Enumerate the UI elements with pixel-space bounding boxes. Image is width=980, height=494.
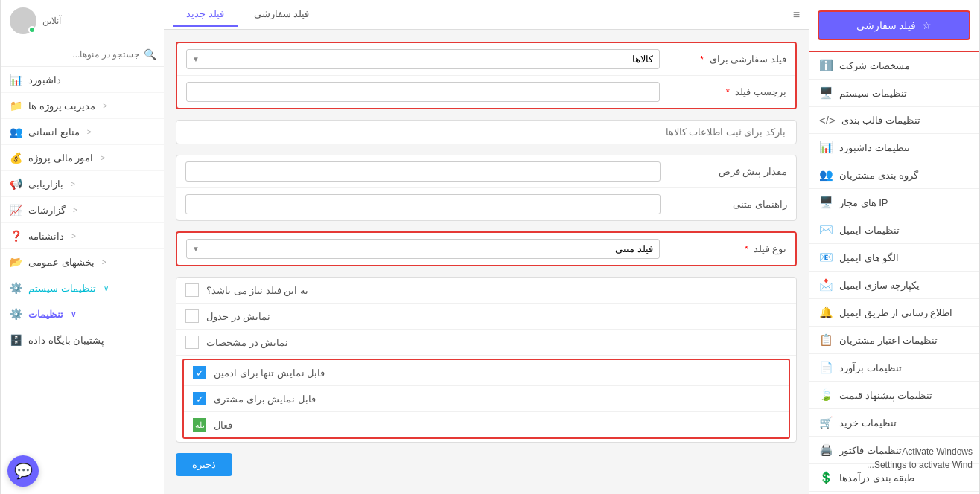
credit-icon: 📋 [819,333,833,347]
invoice-settings-item[interactable]: تنظیمات فاکتور 🖨️ [809,437,979,464]
item-label: تنظیمات خرید [839,417,897,429]
show-table-row: نمایش در جدول [176,304,796,330]
income-icon: 💲 [819,471,833,484]
sidebar-label: مدیریت پروژه ها [28,100,95,112]
income-categories-item[interactable]: طبقه بندی درآمدها 💲 [809,464,979,492]
db-label: پشتیبان بایگاه داده [28,335,104,346]
customer-show-checkbox[interactable]: ✓ [193,392,206,405]
system-settings-item[interactable]: تنظیمات سیستم 🖥️ [809,80,979,107]
online-indicator [28,26,36,33]
required-checkbox[interactable] [185,283,199,297]
sidebar-item-reports[interactable]: < گزارشات 📈 [1,197,164,223]
sidebar-item-dashboard[interactable]: داشبورد 📊 [1,67,164,93]
filter-icon[interactable]: ≡ [793,8,800,22]
purchase-settings-item[interactable]: تنظیمات خرید 🛒 [809,409,979,437]
item-label: تنظیمات اعتبار مشتریان [839,335,938,346]
chevron-icon: < [71,232,76,240]
checkboxes-section: به این فیلد نیاز می باشد؟ نمایش در جدول … [176,277,797,443]
sidebar-item-project[interactable]: < مدیریت پروژه ها 📁 [1,93,164,119]
company-info-item[interactable]: مشخصات شرکت ℹ️ [809,52,979,80]
highlighted-checkboxes: قابل نمایش تنها برای ادمین ✓ قابل نمایش … [182,359,790,439]
general-icon: 📂 [10,256,22,268]
hint-label: راهنمای متنی [668,199,787,210]
chat-button[interactable]: 💬 [7,455,39,487]
sidebar-label: تنظیمات سیستم [28,283,96,294]
sidebar-label: داشبورد [28,74,61,86]
chevron-icon: < [103,102,107,110]
financial-icon: 💰 [10,152,22,164]
dashboard-icon: 📊 [10,74,22,86]
save-button[interactable]: ذخیره [176,453,232,476]
sidebar-item-db-backup[interactable]: پشتیبان بایگاه داده 🗄️ [1,327,164,353]
avatar [10,7,36,34]
field-type-select[interactable]: فیلد متنی [186,239,660,259]
default-value-input[interactable] [185,161,661,182]
sidebar-menu: داشبورد 📊 < مدیریت پروژه ها 📁 < منابع ان… [1,67,164,494]
tag-input[interactable]: بارکد [186,82,660,102]
tab-new-field[interactable]: فیلد جدید [173,2,238,27]
show-specs-checkbox[interactable] [185,336,199,349]
field-type-select-wrap: فیلد متنی ▼ [186,239,660,259]
sidebar-label: منابع انسانی [28,126,80,138]
customer-show-row: قابل نمایش برای مشتری ✓ [184,386,789,412]
show-specs-row: نمایش در مشخصات [176,330,796,356]
star-icon: ☆ [922,19,932,31]
hint-input[interactable] [185,194,661,214]
sidebar-item-general[interactable]: < بخشهای عمومی 📂 [1,249,164,275]
required-label: به این فیلد نیاز می باشد؟ [206,285,308,296]
sidebar-item-hr[interactable]: < منابع انسانی 👥 [1,119,164,145]
field-for-select[interactable]: کالاها [186,49,660,69]
customer-groups-item[interactable]: گروه بندی مشتریان 👥 [809,161,979,189]
chat-icon: 💬 [14,462,33,480]
template-settings-item[interactable]: تنظیمات قالب بندی </> [809,107,979,134]
custom-field-label: فیلد سفارشی [856,19,917,31]
users-icon: 👥 [819,168,833,182]
customer-show-label: قابل نمایش برای مشتری [214,394,316,405]
custom-field-button[interactable]: ☆ فیلد سفارشی [818,10,970,40]
chevron-icon: < [87,128,92,136]
price-icon: 🍃 [819,388,833,402]
show-table-checkbox[interactable] [185,309,199,323]
field-for-row: فیلد سفارشی برای * کالاها ▼ [177,43,795,76]
right-panel: ☆ فیلد سفارشی مشخصات شرکت ℹ️ تنظیمات سیس… [809,0,980,494]
email-template-icon: 📧 [819,251,833,264]
email-templates-item[interactable]: الگو های ایمیل 📧 [809,244,979,272]
sidebar-item-wiki[interactable]: < دانشنامه ❓ [1,223,164,249]
project-icon: 📁 [10,100,22,112]
price-suggest-item[interactable]: تنظیمات پیشنهاد قیمت 🍃 [809,382,979,409]
sidebar-item-settings[interactable]: ∨ تنظیمات ⚙️ [1,301,164,327]
hint-row: راهنمای متنی [176,188,796,220]
top-bar: ≡ فیلد سفارشی فیلد جدید [164,0,809,30]
wiki-icon: ❓ [10,230,22,242]
admin-only-checkbox[interactable]: ✓ [193,366,206,379]
default-value-label: مقدار پیش فرض [668,166,787,177]
sidebar-item-system[interactable]: ∨ تنظیمات سیستم ⚙️ [1,275,164,301]
purchase-icon: 🛒 [819,416,833,429]
estimate-icon: 📄 [819,361,833,374]
email-sync-item[interactable]: یکپارچه سازی ایمیل 📩 [809,272,979,299]
system-icon: ⚙️ [10,282,22,294]
user-status: آنلاین [42,16,61,26]
item-label: IP های مجاز [839,197,888,208]
active-checkbox[interactable]: بله [193,418,206,432]
sync-icon: 📩 [819,278,833,292]
item-label: گروه بندی مشتریان [839,170,918,181]
chevron-icon: < [102,258,106,266]
sidebar-item-financial[interactable]: < امور مالی پروژه 💰 [1,145,164,171]
tab-custom-field[interactable]: فیلد سفارشی [241,2,323,27]
sidebar-item-marketing[interactable]: < بازاریابی 📢 [1,171,164,197]
email-settings-item[interactable]: تنظیمات ایمیل ✉️ [809,216,979,244]
field-for-section: فیلد سفارشی برای * کالاها ▼ برچسب فیلد *… [176,42,797,109]
credit-settings-item[interactable]: تنظیمات اعتبار مشتریان 📋 [809,327,979,354]
email-notify-item[interactable]: اطلاع رسانی از طریق ایمیل 🔔 [809,299,979,327]
defaults-section: مقدار پیش فرض راهنمای متنی [176,155,797,221]
search-input[interactable] [8,49,139,60]
item-label: تنظیمات ایمیل [839,225,900,236]
email-icon: ✉️ [819,223,833,237]
allowed-ips-item[interactable]: IP های مجاز 🖥️ [809,189,979,216]
chevron-icon: < [101,154,105,162]
estimate-settings-item[interactable]: تنظیمات برآورد 📄 [809,354,979,382]
field-type-row: نوع فیلد * فیلد متنی ▼ [177,233,795,265]
tag-label: برچسب فیلد * [667,86,786,97]
dashboard-settings-item[interactable]: تنظیمات داشبورد 📊 [809,134,979,161]
